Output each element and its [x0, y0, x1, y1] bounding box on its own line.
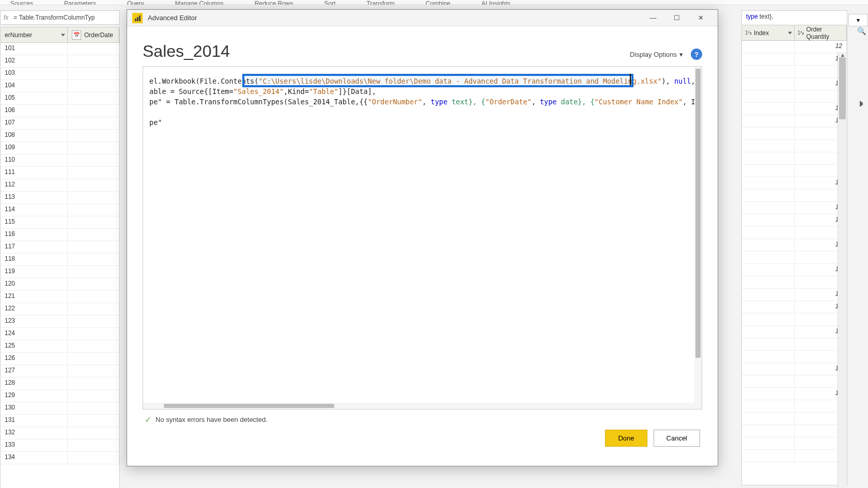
table-row[interactable]: 11	[742, 78, 847, 90]
table-row[interactable]: 133	[1, 439, 119, 452]
table-row[interactable]: 132	[1, 427, 119, 439]
cancel-button[interactable]: Cancel	[654, 430, 700, 447]
minimize-button[interactable]: —	[641, 10, 665, 26]
table-row[interactable]: 12	[742, 202, 847, 214]
code-editor[interactable]: el.Workbook(File.Contents("C:\Users\lisd…	[143, 66, 702, 410]
vertical-scrollbar[interactable]: ▲	[838, 52, 847, 488]
table-row[interactable]: 129	[1, 390, 119, 402]
ribbon-ai-insights[interactable]: AI Insights	[482, 0, 510, 5]
table-row[interactable]: 9	[742, 276, 847, 289]
table-row[interactable]: 15	[742, 264, 847, 276]
table-row[interactable]: 13	[742, 103, 847, 115]
table-row[interactable]: 10	[742, 301, 847, 313]
table-row[interactable]: 11	[742, 214, 847, 227]
column-index[interactable]: 1²₃ Index	[742, 25, 795, 40]
help-button[interactable]: ?	[691, 49, 702, 60]
ribbon-query[interactable]: Query	[127, 0, 144, 5]
ribbon-parameters[interactable]: Parameters	[64, 0, 96, 5]
close-button[interactable]: ✕	[689, 10, 712, 26]
table-row[interactable]: 105	[1, 92, 119, 105]
table-row[interactable]: 127	[1, 365, 119, 377]
table-row[interactable]: 9	[742, 338, 847, 351]
table-row[interactable]: 117	[1, 241, 119, 254]
table-row[interactable]: 8	[742, 450, 847, 462]
table-row[interactable]: 119	[1, 266, 119, 278]
ribbon-sort[interactable]: Sort	[324, 0, 336, 5]
table-row[interactable]: 108	[1, 130, 119, 142]
table-row[interactable]: 4	[742, 251, 847, 264]
done-button[interactable]: Done	[605, 430, 647, 447]
table-row[interactable]: 12	[742, 388, 847, 400]
table-row[interactable]: 11	[742, 177, 847, 190]
table-row[interactable]: 106	[1, 105, 119, 117]
editor-vertical-scrollbar[interactable]	[694, 67, 702, 409]
table-row[interactable]: 125	[1, 340, 119, 353]
chevron-down-icon[interactable]	[788, 32, 792, 34]
table-row[interactable]: 109	[1, 142, 119, 154]
ribbon-combine[interactable]: Combine	[426, 0, 451, 5]
table-row[interactable]: 13	[742, 363, 847, 375]
table-row[interactable]: 121	[1, 291, 119, 303]
table-row[interactable]: 113	[1, 192, 119, 204]
table-row[interactable]: 6	[742, 425, 847, 437]
collapse-pane-icon[interactable]	[860, 101, 866, 107]
scroll-thumb[interactable]	[695, 69, 701, 358]
chevron-down-icon[interactable]	[61, 34, 65, 36]
table-row[interactable]: 120	[1, 278, 119, 291]
table-row[interactable]: 4	[742, 413, 847, 425]
ribbon-reduce-rows[interactable]: Reduce Rows	[255, 0, 293, 5]
table-row[interactable]: 12	[742, 41, 847, 53]
column-orderdate[interactable]: 📅 OrderDate	[68, 27, 119, 42]
display-options-dropdown[interactable]: Display Options ▾	[630, 51, 683, 58]
table-row[interactable]: 131	[1, 415, 119, 427]
table-row[interactable]: 15	[742, 239, 847, 251]
ribbon-sources[interactable]: Sources	[10, 0, 33, 5]
table-row[interactable]: 112	[1, 179, 119, 192]
table-row[interactable]: 15	[742, 289, 847, 301]
maximize-button[interactable]: ☐	[665, 10, 689, 26]
table-row[interactable]: 115	[1, 216, 119, 229]
table-row[interactable]: 7	[742, 152, 847, 165]
table-row[interactable]: 123	[1, 316, 119, 328]
table-row[interactable]: 9	[742, 313, 847, 326]
table-row[interactable]: 107	[1, 117, 119, 130]
column-order-quantity[interactable]: 1²₃ Order Quantity	[795, 25, 847, 40]
table-row[interactable]: 13	[742, 53, 847, 66]
table-row[interactable]: 9	[742, 437, 847, 450]
table-row[interactable]: 9	[742, 227, 847, 239]
table-row[interactable]: 7	[742, 400, 847, 413]
table-row[interactable]: 114	[1, 204, 119, 216]
formula-bar[interactable]: fx = Table.TransformColumnTyp	[0, 10, 120, 25]
search-icon[interactable]: 🔍	[857, 27, 866, 35]
table-row[interactable]: 122	[1, 303, 119, 316]
table-row[interactable]: 102	[1, 55, 119, 68]
table-row[interactable]: 110	[1, 154, 119, 167]
table-row[interactable]: 12	[742, 115, 847, 128]
table-row[interactable]: 6	[742, 165, 847, 177]
table-row[interactable]: 111	[1, 167, 119, 179]
table-row[interactable]: 134	[1, 452, 119, 464]
table-row[interactable]: 124	[1, 328, 119, 340]
table-row[interactable]: 128	[1, 377, 119, 390]
table-row[interactable]: 14	[742, 326, 847, 338]
table-row[interactable]: 118	[1, 254, 119, 266]
table-row[interactable]: 101	[1, 43, 119, 55]
table-row[interactable]: 126	[1, 353, 119, 365]
table-row[interactable]: 130	[1, 402, 119, 415]
table-row[interactable]: 2	[742, 140, 847, 152]
table-row[interactable]: 7	[742, 128, 847, 140]
ribbon-manage-columns[interactable]: Manage Columns	[175, 0, 224, 5]
ribbon-transform[interactable]: Transform	[367, 0, 395, 5]
table-row[interactable]: 116	[1, 229, 119, 241]
scroll-thumb[interactable]	[839, 57, 846, 119]
expand-button[interactable]: ▾	[848, 14, 868, 26]
table-row[interactable]: 7	[742, 375, 847, 388]
editor-horizontal-scrollbar[interactable]	[143, 403, 694, 409]
scroll-thumb[interactable]	[164, 404, 334, 408]
table-row[interactable]: 7	[742, 90, 847, 103]
column-ordernumber[interactable]: erNumber	[1, 27, 68, 42]
table-row[interactable]: 103	[1, 68, 119, 80]
table-row[interactable]: 5	[742, 66, 847, 78]
table-row[interactable]: 104	[1, 80, 119, 92]
table-row[interactable]: 4	[742, 351, 847, 363]
